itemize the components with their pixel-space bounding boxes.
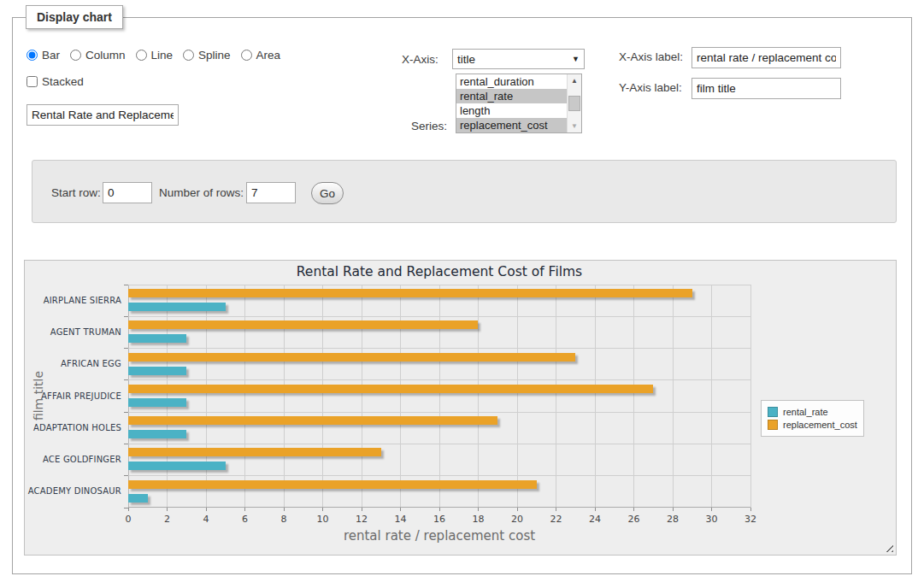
spline-radio[interactable] — [183, 50, 194, 61]
series-scrollbar[interactable]: ▲ ▼ — [567, 74, 581, 132]
legend-swatch-icon — [768, 407, 778, 417]
chart-type-radio-group: Bar Column Line Spline Area — [26, 49, 291, 62]
replacement_cost-bar — [128, 416, 497, 425]
y-axis-label-input[interactable] — [692, 78, 841, 99]
fieldset-legend: Display chart — [26, 5, 123, 29]
y-tick-mark — [124, 444, 128, 444]
scroll-down-arrow-icon[interactable]: ▼ — [568, 120, 581, 132]
gridline-vertical — [673, 285, 674, 508]
chart-title-input[interactable] — [26, 104, 179, 126]
display-chart-fieldset: Display chart Bar Column Line Spline Are… — [12, 17, 912, 574]
x-tick-mark — [167, 508, 168, 511]
series-option-length[interactable]: length — [456, 103, 567, 118]
gridline-vertical — [633, 285, 634, 508]
scroll-up-arrow-icon[interactable]: ▲ — [568, 74, 581, 87]
rental_rate-bar — [128, 367, 186, 375]
rental_rate-bar — [128, 430, 186, 438]
spline-radio-label: Spline — [198, 49, 231, 62]
x-tick-mark — [750, 508, 751, 511]
gridline-vertical — [167, 285, 168, 508]
line-radio-label: Line — [151, 49, 174, 62]
x-tick-label: 2 — [155, 514, 180, 525]
x-tick-mark — [633, 508, 634, 511]
x-tick-label: 4 — [193, 514, 219, 525]
x-tick-label: 10 — [310, 514, 336, 525]
y-tick-mark — [124, 508, 128, 509]
legend-swatch-icon — [768, 420, 778, 430]
y-category-label: ACADEMY DINOSAUR — [25, 486, 121, 496]
series-option-replacement-cost[interactable]: replacement_cost — [456, 118, 567, 132]
number-of-rows-input[interactable] — [246, 182, 296, 203]
y-tick-mark — [124, 348, 128, 349]
x-tick-mark — [128, 508, 129, 511]
x-axis-label-input[interactable] — [692, 47, 841, 68]
radio-option-spline: Spline — [183, 49, 231, 62]
legend-label: rental_rate — [783, 407, 828, 417]
area-radio-label: Area — [256, 49, 281, 62]
x-tick-label: 30 — [699, 514, 725, 525]
rental_rate-bar — [128, 303, 226, 311]
x-axis-select[interactable]: title ▼ — [452, 49, 585, 69]
x-tick-mark — [673, 508, 674, 511]
x-tick-mark — [244, 508, 245, 511]
start-row-label: Start row: — [51, 186, 101, 199]
stacked-checkbox[interactable] — [26, 76, 38, 87]
replacement_cost-bar — [128, 353, 575, 362]
x-tick-mark — [478, 508, 479, 511]
x-tick-label: 20 — [504, 514, 530, 525]
rental_rate-bar — [128, 398, 186, 407]
stacked-label: Stacked — [42, 75, 84, 88]
x-tick-mark — [206, 508, 207, 511]
gridline-vertical — [595, 285, 596, 508]
resize-handle-icon[interactable] — [883, 542, 893, 552]
x-tick-mark — [556, 508, 556, 511]
rental_rate-bar — [128, 461, 226, 470]
y-tick-mark — [124, 316, 128, 317]
gridline-vertical — [478, 285, 479, 508]
replacement_cost-bar — [128, 320, 478, 329]
gridline-vertical — [517, 285, 518, 508]
x-tick-mark — [400, 508, 401, 511]
x-tick-label: 32 — [738, 514, 763, 525]
gridline-horizontal — [128, 412, 750, 413]
legend-label: replacement_cost — [783, 420, 857, 430]
bar-radio[interactable] — [26, 50, 38, 61]
x-axis-title: rental rate / replacement cost — [128, 528, 750, 544]
x-tick-label: 12 — [349, 514, 374, 525]
number-of-rows-label: Number of rows: — [159, 186, 244, 199]
replacement_cost-bar — [128, 289, 692, 297]
stacked-checkbox-row: Stacked — [26, 75, 84, 88]
select-dropdown-arrow-icon: ▼ — [572, 55, 580, 63]
area-radio[interactable] — [241, 50, 252, 61]
radio-option-area: Area — [241, 49, 281, 62]
y-category-label: AFFAIR PREJUDICE — [25, 391, 121, 401]
rental_rate-bar — [128, 494, 148, 503]
series-option-rental-rate[interactable]: rental_rate — [456, 89, 567, 103]
x-axis-label-label: X-Axis label: — [619, 50, 683, 63]
y-tick-mark — [124, 285, 128, 285]
chart-title: Rental Rate and Replacement Cost of Film… — [128, 264, 750, 279]
y-category-label: ADAPTATION HOLES — [25, 423, 121, 432]
scrollbar-thumb[interactable] — [568, 96, 580, 111]
start-row-input[interactable] — [103, 182, 152, 203]
x-tick-label: 0 — [115, 514, 141, 525]
x-tick-label: 24 — [582, 514, 608, 525]
radio-option-line: Line — [136, 49, 174, 62]
replacement_cost-bar — [128, 385, 653, 393]
rental_rate-bar — [128, 334, 186, 343]
x-tick-label: 28 — [660, 514, 686, 525]
radio-option-column: Column — [70, 49, 126, 62]
replacement_cost-bar — [128, 480, 537, 489]
series-option-rental-duration[interactable]: rental_duration — [456, 74, 567, 89]
x-tick-mark — [439, 508, 440, 511]
gridline-vertical — [362, 285, 362, 508]
x-tick-label: 14 — [388, 514, 414, 525]
column-radio[interactable] — [70, 50, 81, 61]
gridline-horizontal — [128, 316, 750, 317]
line-radio[interactable] — [136, 50, 147, 61]
x-axis-select-label: X-Axis: — [402, 53, 438, 66]
gridline-vertical — [556, 285, 556, 508]
x-tick-label: 22 — [544, 514, 569, 525]
go-button[interactable]: Go — [311, 182, 344, 204]
radio-option-bar: Bar — [26, 49, 60, 62]
